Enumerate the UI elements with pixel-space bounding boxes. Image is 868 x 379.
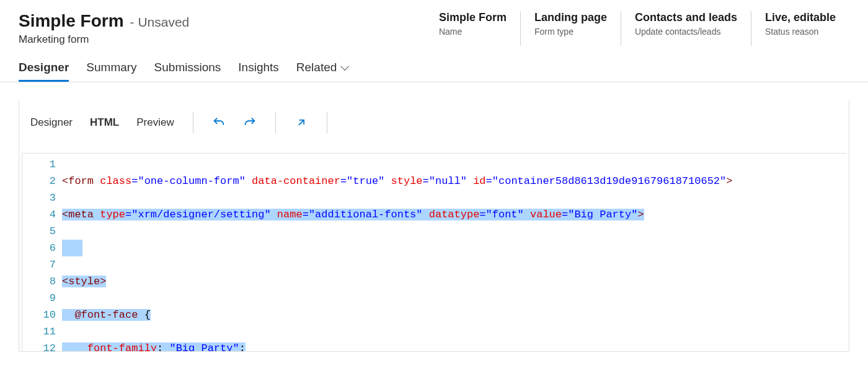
tab-designer[interactable]: Designer [19, 61, 69, 82]
meta-status-label: Status reason [765, 27, 836, 37]
meta-name-value: Simple Form [439, 11, 507, 24]
code-body[interactable]: <form class="one-column-form" data-conta… [62, 156, 846, 351]
tab-submissions[interactable]: Submissions [154, 61, 221, 82]
page-header: Simple Form - Unsaved Marketing form Sim… [0, 0, 868, 46]
chevron-down-icon [340, 62, 349, 71]
main-tabs: Designer Summary Submissions Insights Re… [0, 46, 868, 82]
expand-icon [295, 116, 308, 129]
editor-toolbar: Designer HTML Preview [19, 112, 849, 133]
designer-panel: Designer HTML Preview 1 2 3 [19, 100, 849, 352]
tab-related[interactable]: Related [296, 61, 347, 82]
meta-formtype-label: Form type [534, 27, 607, 37]
tab-insights[interactable]: Insights [238, 61, 278, 82]
redo-button[interactable] [243, 116, 257, 129]
meta-name-label: Name [439, 27, 507, 37]
tab-summary[interactable]: Summary [86, 61, 136, 82]
tab-related-label: Related [296, 61, 337, 74]
toolbar-separator [193, 112, 193, 133]
record-title: Simple Form [19, 11, 124, 31]
meta-update-value: Contacts and leads [635, 11, 737, 24]
meta-status[interactable]: Live, editable Status reason [751, 11, 849, 46]
expand-button[interactable] [294, 116, 308, 129]
subtab-designer[interactable]: Designer [30, 116, 73, 129]
toolbar-separator [275, 112, 276, 133]
toolbar-separator [327, 112, 327, 133]
title-block: Simple Form - Unsaved Marketing form [19, 11, 189, 46]
meta-formtype-value: Landing page [534, 11, 607, 24]
meta-name[interactable]: Simple Form Name [425, 11, 520, 46]
subtab-html[interactable]: HTML [90, 116, 119, 129]
unsaved-indicator: - Unsaved [130, 15, 190, 30]
undo-icon [212, 116, 226, 129]
undo-button[interactable] [212, 116, 226, 129]
header-meta-group: Simple Form Name Landing page Form type … [425, 11, 849, 46]
meta-formtype[interactable]: Landing page Form type [520, 11, 621, 46]
entity-label: Marketing form [19, 33, 189, 46]
redo-icon [243, 116, 257, 129]
line-gutter: 1 2 3 4 5 6 7 8 9 10 11 12 [22, 156, 62, 351]
code-editor[interactable]: 1 2 3 4 5 6 7 8 9 10 11 12 <form class="… [22, 153, 846, 351]
meta-status-value: Live, editable [765, 11, 836, 24]
content-area: Designer HTML Preview 1 2 3 [0, 82, 868, 352]
subtab-preview[interactable]: Preview [136, 116, 174, 129]
meta-update-label: Update contacts/leads [635, 27, 737, 37]
meta-update[interactable]: Contacts and leads Update contacts/leads [621, 11, 751, 46]
